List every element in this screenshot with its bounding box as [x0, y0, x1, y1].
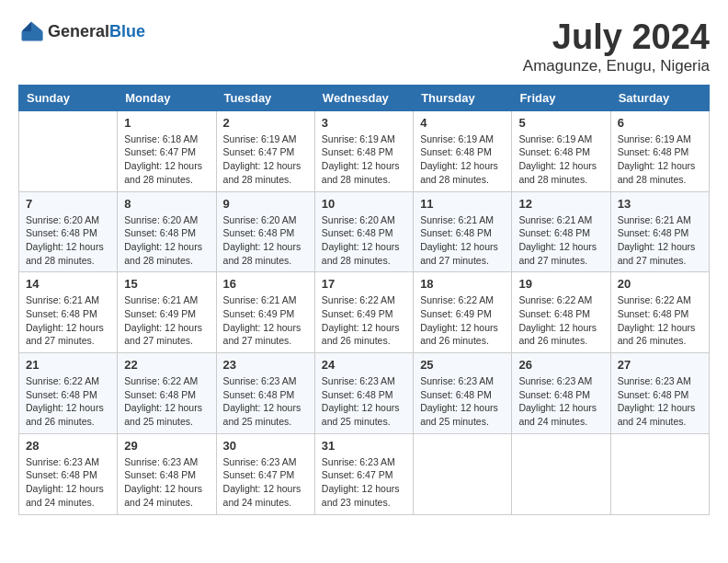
- day-info: Sunrise: 6:23 AM Sunset: 6:48 PM Dayligh…: [322, 374, 406, 429]
- svg-marker-1: [22, 22, 32, 32]
- weekday-header-sunday: Sunday: [19, 85, 118, 110]
- calendar-cell: 16Sunrise: 6:21 AM Sunset: 6:49 PM Dayli…: [216, 272, 314, 353]
- calendar-cell: 2Sunrise: 6:19 AM Sunset: 6:47 PM Daylig…: [216, 110, 314, 191]
- day-info: Sunrise: 6:21 AM Sunset: 6:49 PM Dayligh…: [223, 293, 308, 348]
- day-info: Sunrise: 6:22 AM Sunset: 6:48 PM Dayligh…: [618, 293, 702, 348]
- day-info: Sunrise: 6:20 AM Sunset: 6:48 PM Dayligh…: [26, 213, 110, 268]
- calendar-cell: 19Sunrise: 6:22 AM Sunset: 6:48 PM Dayli…: [512, 272, 610, 353]
- calendar-cell: 13Sunrise: 6:21 AM Sunset: 6:48 PM Dayli…: [610, 191, 709, 272]
- calendar-cell: 12Sunrise: 6:21 AM Sunset: 6:48 PM Dayli…: [512, 191, 610, 272]
- calendar-cell: 22Sunrise: 6:22 AM Sunset: 6:48 PM Dayli…: [118, 353, 216, 434]
- day-info: Sunrise: 6:23 AM Sunset: 6:48 PM Dayligh…: [26, 455, 110, 510]
- day-info: Sunrise: 6:23 AM Sunset: 6:48 PM Dayligh…: [618, 374, 702, 429]
- day-info: Sunrise: 6:21 AM Sunset: 6:48 PM Dayligh…: [26, 293, 110, 348]
- calendar-cell: 11Sunrise: 6:21 AM Sunset: 6:48 PM Dayli…: [414, 191, 512, 272]
- calendar-cell: 7Sunrise: 6:20 AM Sunset: 6:48 PM Daylig…: [19, 191, 118, 272]
- day-number: 9: [223, 197, 308, 211]
- day-info: Sunrise: 6:23 AM Sunset: 6:48 PM Dayligh…: [223, 374, 308, 429]
- day-number: 5: [518, 116, 603, 130]
- calendar-cell: 21Sunrise: 6:22 AM Sunset: 6:48 PM Dayli…: [19, 353, 118, 434]
- logo-text-general: General: [48, 22, 109, 40]
- location-title: Amagunze, Enugu, Nigeria: [523, 57, 710, 75]
- day-info: Sunrise: 6:18 AM Sunset: 6:47 PM Dayligh…: [124, 132, 209, 187]
- calendar-cell: 15Sunrise: 6:21 AM Sunset: 6:49 PM Dayli…: [118, 272, 216, 353]
- day-info: Sunrise: 6:21 AM Sunset: 6:49 PM Dayligh…: [124, 293, 209, 348]
- day-number: 30: [223, 439, 308, 453]
- day-number: 27: [618, 358, 702, 372]
- day-info: Sunrise: 6:20 AM Sunset: 6:48 PM Dayligh…: [322, 213, 406, 268]
- day-number: 15: [124, 277, 209, 291]
- weekday-header-tuesday: Tuesday: [216, 85, 314, 110]
- weekday-header-wednesday: Wednesday: [314, 85, 413, 110]
- logo: GeneralBlue: [18, 18, 145, 44]
- calendar-cell: [610, 433, 709, 514]
- day-info: Sunrise: 6:23 AM Sunset: 6:47 PM Dayligh…: [322, 455, 406, 510]
- day-number: 14: [26, 277, 110, 291]
- calendar-table: SundayMondayTuesdayWednesdayThursdayFrid…: [18, 85, 710, 515]
- calendar-week-row: 14Sunrise: 6:21 AM Sunset: 6:48 PM Dayli…: [19, 272, 710, 353]
- calendar-week-row: 21Sunrise: 6:22 AM Sunset: 6:48 PM Dayli…: [19, 353, 710, 434]
- weekday-header-friday: Friday: [512, 85, 610, 110]
- day-info: Sunrise: 6:23 AM Sunset: 6:48 PM Dayligh…: [420, 374, 505, 429]
- calendar-cell: [512, 433, 610, 514]
- calendar-cell: 14Sunrise: 6:21 AM Sunset: 6:48 PM Dayli…: [19, 272, 118, 353]
- calendar-week-row: 1Sunrise: 6:18 AM Sunset: 6:47 PM Daylig…: [19, 110, 710, 191]
- calendar-cell: 4Sunrise: 6:19 AM Sunset: 6:48 PM Daylig…: [414, 110, 512, 191]
- logo-text-blue: Blue: [109, 22, 145, 40]
- day-number: 21: [26, 358, 110, 372]
- day-info: Sunrise: 6:20 AM Sunset: 6:48 PM Dayligh…: [124, 213, 209, 268]
- calendar-cell: 25Sunrise: 6:23 AM Sunset: 6:48 PM Dayli…: [414, 353, 512, 434]
- day-number: 1: [124, 116, 209, 130]
- day-number: 11: [420, 197, 505, 211]
- calendar-body: 1Sunrise: 6:18 AM Sunset: 6:47 PM Daylig…: [19, 110, 710, 514]
- page-header: GeneralBlue July 2024 Amagunze, Enugu, N…: [18, 18, 710, 75]
- day-number: 4: [420, 116, 505, 130]
- calendar-cell: 24Sunrise: 6:23 AM Sunset: 6:48 PM Dayli…: [314, 353, 413, 434]
- day-number: 29: [124, 439, 209, 453]
- day-info: Sunrise: 6:22 AM Sunset: 6:48 PM Dayligh…: [26, 374, 110, 429]
- day-info: Sunrise: 6:19 AM Sunset: 6:48 PM Dayligh…: [322, 132, 406, 187]
- calendar-cell: 1Sunrise: 6:18 AM Sunset: 6:47 PM Daylig…: [118, 110, 216, 191]
- day-number: 23: [223, 358, 308, 372]
- month-title: July 2024: [523, 18, 710, 57]
- weekday-header-saturday: Saturday: [610, 85, 709, 110]
- day-number: 10: [322, 197, 406, 211]
- day-number: 25: [420, 358, 505, 372]
- calendar-week-row: 7Sunrise: 6:20 AM Sunset: 6:48 PM Daylig…: [19, 191, 710, 272]
- day-number: 22: [124, 358, 209, 372]
- day-number: 2: [223, 116, 308, 130]
- day-info: Sunrise: 6:21 AM Sunset: 6:48 PM Dayligh…: [618, 213, 702, 268]
- calendar-cell: 3Sunrise: 6:19 AM Sunset: 6:48 PM Daylig…: [314, 110, 413, 191]
- day-number: 19: [518, 277, 603, 291]
- calendar-week-row: 28Sunrise: 6:23 AM Sunset: 6:48 PM Dayli…: [19, 433, 710, 514]
- calendar-cell: 9Sunrise: 6:20 AM Sunset: 6:48 PM Daylig…: [216, 191, 314, 272]
- weekday-header-monday: Monday: [118, 85, 216, 110]
- day-info: Sunrise: 6:23 AM Sunset: 6:48 PM Dayligh…: [124, 455, 209, 510]
- day-number: 31: [322, 439, 406, 453]
- calendar-cell: 5Sunrise: 6:19 AM Sunset: 6:48 PM Daylig…: [512, 110, 610, 191]
- day-number: 7: [26, 197, 110, 211]
- day-number: 3: [322, 116, 406, 130]
- svg-rect-2: [22, 31, 43, 41]
- calendar-cell: 27Sunrise: 6:23 AM Sunset: 6:48 PM Dayli…: [610, 353, 709, 434]
- day-number: 6: [618, 116, 702, 130]
- calendar-cell: 18Sunrise: 6:22 AM Sunset: 6:49 PM Dayli…: [414, 272, 512, 353]
- day-info: Sunrise: 6:19 AM Sunset: 6:48 PM Dayligh…: [618, 132, 702, 187]
- day-info: Sunrise: 6:22 AM Sunset: 6:48 PM Dayligh…: [124, 374, 209, 429]
- day-number: 28: [26, 439, 110, 453]
- calendar-cell: 28Sunrise: 6:23 AM Sunset: 6:48 PM Dayli…: [19, 433, 118, 514]
- calendar-cell: 8Sunrise: 6:20 AM Sunset: 6:48 PM Daylig…: [118, 191, 216, 272]
- day-number: 20: [618, 277, 702, 291]
- calendar-cell: 30Sunrise: 6:23 AM Sunset: 6:47 PM Dayli…: [216, 433, 314, 514]
- day-info: Sunrise: 6:22 AM Sunset: 6:48 PM Dayligh…: [518, 293, 603, 348]
- calendar-cell: 17Sunrise: 6:22 AM Sunset: 6:49 PM Dayli…: [314, 272, 413, 353]
- calendar-cell: 20Sunrise: 6:22 AM Sunset: 6:48 PM Dayli…: [610, 272, 709, 353]
- day-info: Sunrise: 6:23 AM Sunset: 6:47 PM Dayligh…: [223, 455, 308, 510]
- day-number: 12: [518, 197, 603, 211]
- weekday-header-thursday: Thursday: [414, 85, 512, 110]
- calendar-cell: 6Sunrise: 6:19 AM Sunset: 6:48 PM Daylig…: [610, 110, 709, 191]
- day-info: Sunrise: 6:22 AM Sunset: 6:49 PM Dayligh…: [420, 293, 505, 348]
- day-info: Sunrise: 6:22 AM Sunset: 6:49 PM Dayligh…: [322, 293, 406, 348]
- day-number: 16: [223, 277, 308, 291]
- calendar-cell: [414, 433, 512, 514]
